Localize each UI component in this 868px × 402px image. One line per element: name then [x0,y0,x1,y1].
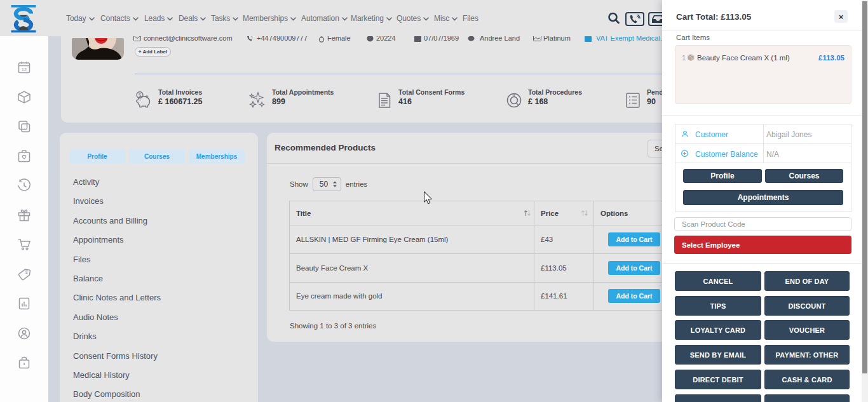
svg-text:$: $ [139,93,141,97]
svg-text:$: $ [25,269,29,276]
svg-text:12: 12 [22,67,27,72]
